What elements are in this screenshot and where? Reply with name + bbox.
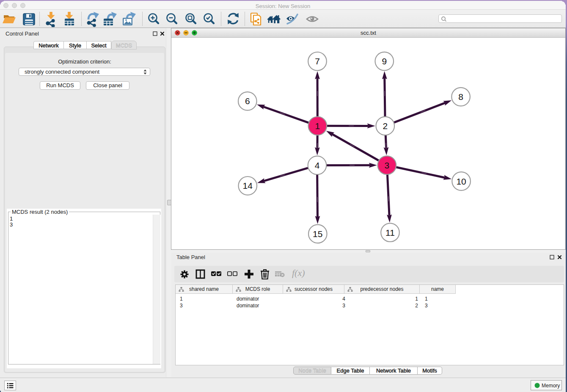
svg-text:8: 8 (458, 92, 463, 102)
svg-text:3: 3 (385, 160, 390, 170)
svg-text:1: 1 (315, 121, 320, 131)
svg-text:14: 14 (243, 181, 253, 190)
svg-text:6: 6 (245, 96, 250, 106)
svg-text:4: 4 (315, 160, 320, 170)
svg-text:2: 2 (383, 121, 388, 131)
svg-text:7: 7 (315, 56, 320, 66)
svg-text:15: 15 (313, 229, 322, 239)
svg-text:9: 9 (382, 56, 387, 66)
svg-text:11: 11 (385, 228, 395, 237)
svg-text:10: 10 (456, 177, 466, 186)
